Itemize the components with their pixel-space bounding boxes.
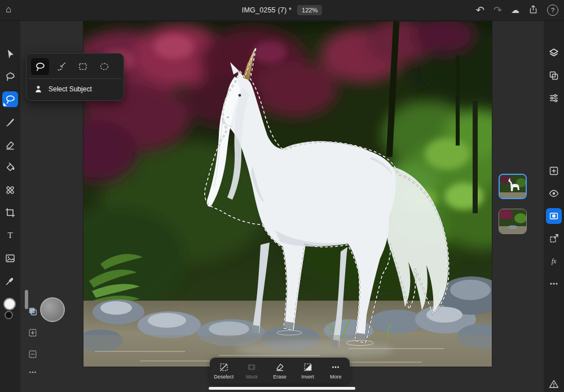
svg-text:T: T bbox=[7, 231, 12, 240]
ellipse-marquee-icon bbox=[99, 61, 110, 72]
brush-size-slider[interactable] bbox=[25, 290, 28, 309]
invert-icon bbox=[303, 362, 313, 372]
redo-icon: ↷ bbox=[493, 5, 502, 16]
more-dots-icon bbox=[28, 367, 38, 377]
home-button[interactable]: ⌂ bbox=[6, 5, 11, 14]
redo-button[interactable]: ↷ bbox=[493, 5, 502, 15]
select-tool-button[interactable] bbox=[2, 91, 18, 107]
top-bar: ⌂ IMG_0255 (7) * 122% ↶ ↷ ☁ ? bbox=[0, 0, 564, 21]
place-image-icon bbox=[5, 253, 16, 264]
more-label: More bbox=[330, 374, 342, 380]
unicorn-layer-preview bbox=[500, 175, 526, 198]
photoshop-app: ⌂ IMG_0255 (7) * 122% ↶ ↷ ☁ ? bbox=[0, 0, 564, 392]
brush-icon bbox=[5, 117, 16, 128]
home-indicator[interactable] bbox=[209, 387, 355, 390]
layer-thumbnail-background[interactable] bbox=[499, 209, 527, 234]
rect-marquee-icon bbox=[77, 61, 89, 72]
selection-mode-subtract-button[interactable] bbox=[26, 347, 39, 361]
warning-indicator[interactable] bbox=[546, 376, 562, 392]
lasso-icon bbox=[34, 61, 46, 72]
left-toolbar: T bbox=[0, 20, 20, 392]
selection-mode-add-button[interactable] bbox=[26, 326, 39, 340]
invert-button[interactable]: Invert bbox=[294, 358, 322, 384]
share-icon bbox=[528, 5, 538, 14]
type-icon: T bbox=[5, 230, 16, 241]
invert-label: Invert bbox=[301, 374, 314, 380]
popup-lasso-tool[interactable] bbox=[31, 58, 49, 75]
layer-properties-panel-tab[interactable] bbox=[546, 68, 562, 83]
svg-text:fx: fx bbox=[552, 257, 557, 265]
deselect-icon bbox=[219, 362, 229, 372]
deselect-label: Deselect bbox=[214, 374, 233, 380]
background-layer-preview bbox=[499, 209, 526, 234]
effects-button[interactable]: fx bbox=[546, 253, 562, 269]
more-dots-icon bbox=[548, 278, 559, 289]
place-image-tool-button[interactable] bbox=[2, 250, 18, 266]
type-tool-button[interactable]: T bbox=[2, 227, 18, 243]
popup-rect-marquee-tool[interactable] bbox=[74, 58, 92, 75]
layer-mask-icon bbox=[548, 210, 559, 222]
foreground-color-swatch[interactable] bbox=[3, 298, 16, 310]
eraser-tool-button[interactable] bbox=[2, 137, 18, 153]
add-layer-icon bbox=[548, 165, 559, 177]
canvas-image bbox=[83, 21, 492, 367]
mask-button[interactable]: Mask bbox=[238, 358, 266, 384]
more-actions-button[interactable]: More bbox=[321, 358, 350, 384]
background-color-swatch[interactable] bbox=[5, 311, 13, 319]
move-tool-button[interactable] bbox=[2, 46, 18, 62]
move-icon bbox=[5, 49, 16, 60]
selection-tool-popup: Select Subject bbox=[26, 53, 124, 101]
eyedropper-tool-button[interactable] bbox=[2, 273, 18, 289]
document-title: IMG_0255 (7) * bbox=[242, 6, 292, 14]
document-canvas[interactable] bbox=[83, 21, 492, 367]
erase-button[interactable]: Erase bbox=[266, 358, 294, 384]
eye-icon bbox=[548, 188, 559, 199]
erase-label: Erase bbox=[273, 374, 287, 380]
layer-thumbnail-unicorn[interactable] bbox=[499, 174, 527, 199]
transform-button[interactable] bbox=[546, 231, 562, 246]
layer-properties-icon bbox=[548, 70, 559, 81]
crop-icon bbox=[5, 207, 16, 218]
fill-tool-button[interactable] bbox=[2, 160, 18, 175]
healing-brush-icon bbox=[5, 184, 16, 196]
more-dots-icon bbox=[331, 362, 341, 372]
mask-icon bbox=[246, 362, 257, 372]
lasso-icon bbox=[5, 71, 16, 82]
new-selection-icon bbox=[28, 306, 38, 316]
help-button[interactable]: ? bbox=[547, 5, 558, 16]
touch-shortcut-control[interactable] bbox=[40, 297, 65, 322]
layer-mask-button[interactable] bbox=[546, 208, 562, 224]
brush-tool-button[interactable] bbox=[2, 114, 18, 130]
paint-bucket-icon bbox=[5, 162, 16, 173]
quick-select-icon bbox=[56, 61, 67, 72]
transform-icon bbox=[548, 233, 559, 244]
popup-quick-select-tool[interactable] bbox=[52, 58, 70, 75]
eyedropper-icon bbox=[5, 275, 16, 287]
zoom-level-badge[interactable]: 122% bbox=[297, 5, 322, 15]
select-subject-button[interactable]: Select Subject bbox=[27, 79, 99, 100]
add-layer-button[interactable] bbox=[546, 163, 562, 179]
adjustments-panel-tab[interactable] bbox=[546, 90, 562, 106]
erase-icon bbox=[275, 362, 285, 372]
crop-tool-button[interactable] bbox=[2, 205, 18, 221]
share-button[interactable] bbox=[528, 5, 538, 16]
right-toolbar: fx bbox=[544, 20, 564, 392]
selection-options-more-button[interactable] bbox=[26, 365, 39, 379]
mask-label: Mask bbox=[246, 374, 258, 380]
popup-ellipse-marquee-tool[interactable] bbox=[95, 58, 113, 75]
warning-triangle-icon bbox=[548, 378, 559, 390]
subtract-selection-icon bbox=[28, 349, 38, 359]
lasso-tool-button[interactable] bbox=[2, 69, 18, 85]
layer-visibility-button[interactable] bbox=[546, 186, 562, 201]
more-layer-actions-button[interactable] bbox=[546, 276, 562, 292]
deselect-button[interactable]: Deselect bbox=[210, 358, 238, 384]
undo-icon: ↶ bbox=[476, 5, 484, 16]
help-icon: ? bbox=[551, 7, 554, 14]
selection-action-bar: Deselect Mask Erase Invert More bbox=[210, 358, 350, 384]
layers-panel-tab[interactable] bbox=[546, 45, 562, 61]
select-lasso-icon bbox=[5, 94, 16, 105]
undo-button[interactable]: ↶ bbox=[476, 5, 484, 15]
cloud-sync-button[interactable]: ☁ bbox=[511, 6, 519, 15]
healing-tool-button[interactable] bbox=[2, 182, 18, 198]
adjustments-icon bbox=[548, 93, 559, 104]
